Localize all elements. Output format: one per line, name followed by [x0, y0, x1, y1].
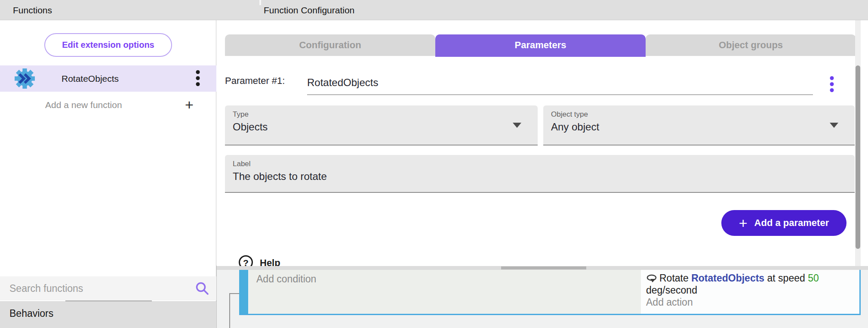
events-horizontal-scrollbar-thumb[interactable]: [501, 266, 586, 269]
search-icon: [195, 281, 209, 296]
functions-panel-title: Functions: [13, 0, 52, 20]
add-function-row[interactable]: Add a new function +: [0, 94, 216, 116]
add-condition-placeholder[interactable]: Add condition: [256, 273, 316, 285]
add-function-label: Add a new function: [45, 94, 122, 116]
type-select-value: Objects: [233, 121, 268, 133]
label-field-value: The objects to rotate: [233, 170, 327, 183]
tab-configuration[interactable]: Configuration: [225, 34, 435, 56]
function-list-item-rotateobjects[interactable]: RotateObjects: [0, 65, 216, 92]
label-field-label: Label: [233, 160, 251, 168]
caret-down-icon: [513, 123, 521, 128]
function-menu-button[interactable]: [193, 69, 203, 88]
add-parameter-button[interactable]: + Add a parameter: [721, 210, 846, 236]
object-type-select[interactable]: Object type Any object: [543, 105, 855, 145]
tab-parameters[interactable]: Parameters: [435, 34, 646, 57]
help-question-icon: ?: [239, 255, 253, 266]
object-type-select-value: Any object: [551, 121, 599, 133]
help-label: Help: [260, 257, 280, 266]
events-sheet-panel: Add condition Rotate RotatedObjects at s…: [217, 266, 868, 328]
caret-down-icon: [830, 123, 838, 128]
event-tree-line: [229, 293, 240, 294]
header-divider: [259, 0, 261, 5]
action-text-middle: at speed: [764, 272, 808, 284]
add-function-plus-icon[interactable]: +: [185, 94, 194, 116]
parameter-number-label: Parameter #1:: [225, 75, 285, 87]
tab-object-groups[interactable]: Object groups: [646, 34, 855, 56]
parameter-name-field-wrap: [307, 71, 813, 95]
event-tree-line: [229, 293, 230, 328]
selected-event-row: Add condition Rotate RotatedObjects at s…: [239, 270, 861, 315]
search-bar: [0, 276, 216, 300]
function-name-label: RotateObjects: [62, 65, 119, 92]
configuration-tabbar: Configuration Parameters Object groups: [225, 34, 855, 56]
function-configuration-title: Function Configuration: [264, 0, 354, 20]
rotate-action-icon: [646, 274, 658, 282]
label-field[interactable]: Label The objects to rotate: [225, 155, 855, 193]
functions-sidebar: Edit extension options RotateObjects Ad: [0, 20, 216, 328]
behaviors-section-label: Behaviors: [9, 308, 53, 319]
config-vertical-scrollbar-thumb[interactable]: [856, 65, 860, 249]
parameter-name-input[interactable]: [307, 71, 813, 94]
event-drag-handle[interactable]: [239, 270, 248, 314]
action-text-line2[interactable]: deg/second: [646, 284, 859, 296]
top-header: Functions Function Configuration: [0, 0, 868, 20]
function-gear-icon: [14, 68, 35, 89]
search-functions-input[interactable]: [9, 276, 182, 300]
object-type-select-label: Object type: [551, 110, 588, 119]
add-parameter-button-label: Add a parameter: [754, 217, 829, 229]
actions-cell[interactable]: Rotate RotatedObjects at speed 50 deg/se…: [641, 270, 861, 314]
type-select[interactable]: Type Objects: [225, 105, 538, 145]
action-item[interactable]: Rotate RotatedObjects at speed 50: [646, 272, 859, 284]
action-object-name: RotatedObjects: [691, 272, 764, 284]
type-select-label: Type: [233, 110, 249, 119]
function-configuration-panel: Configuration Parameters Object groups P…: [217, 20, 855, 266]
add-action-placeholder[interactable]: Add action: [646, 296, 859, 308]
conditions-cell[interactable]: Add condition: [249, 270, 641, 314]
edit-extension-options-button[interactable]: Edit extension options: [44, 33, 172, 57]
action-speed-value: 50: [808, 272, 819, 284]
action-text-prefix: Rotate: [659, 272, 691, 284]
behaviors-section-header[interactable]: Behaviors: [0, 301, 216, 328]
parameter-menu-button[interactable]: [827, 76, 837, 95]
